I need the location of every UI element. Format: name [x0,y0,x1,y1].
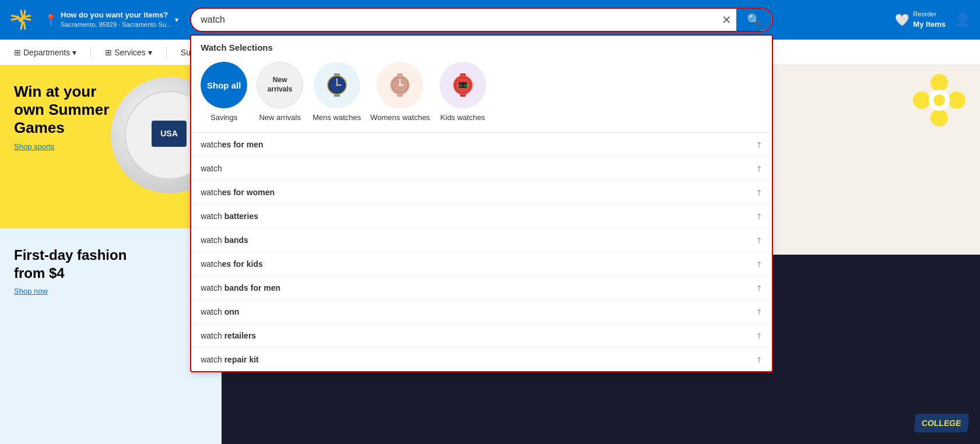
services-label: Services [114,48,146,57]
services-icon: ⊞ [105,48,112,57]
search-icon: 🔍 [747,13,761,27]
suggestion-watch-batteries[interactable]: watch batteries ↗ [191,205,772,228]
arrow-up-left-icon: ↗ [753,139,765,150]
dropdown-section-title: Watch Selections [191,36,772,57]
location-line1: How do you want your items? [61,10,171,20]
search-clear-button[interactable]: ✕ [717,9,736,31]
suggestion-watch-onn[interactable]: watch onn ↗ [191,300,772,324]
suggestion-watch-repair-kit[interactable]: watch repair kit ↗ [191,348,772,371]
mens-watches-image [314,62,360,108]
arrow-up-left-icon: ↗ [753,210,765,222]
search-submit-button[interactable]: 🔍 [736,9,772,31]
departments-chevron-icon: ▾ [72,48,76,57]
suggestion-text: watch onn [201,307,239,316]
services-nav-item[interactable]: ⊞ Services ▾ [100,45,157,59]
suggestion-text: watch repair kit [201,355,259,364]
category-mens-watches[interactable]: Mens watches [312,62,361,123]
suggestion-text: watch [201,164,222,173]
suggestion-watches-for-kids[interactable]: watches for kids ↗ [191,252,772,276]
grid-icon: ⊞ [14,48,21,57]
svg-point-26 [948,91,965,109]
new-arrivals-label: New arrivals [259,113,301,123]
reorder-button[interactable]: 🤍 Reorder My Items [890,8,950,32]
womens-watches-label: Womens watches [370,113,430,123]
heart-icon: 🤍 [895,13,909,27]
left-promo-area: Win at your own Summer Games Shop sports… [0,65,222,444]
account-icon[interactable]: 👤 [955,12,971,27]
suggestion-watch-bands[interactable]: watch bands ↗ [191,228,772,252]
new-arrivals-inner-text: Newarrivals [268,76,293,94]
suggestion-text: watch bands [201,235,248,245]
departments-label: Departments [23,48,70,57]
arrow-up-left-icon: ↗ [753,186,765,198]
nav-divider-2 [166,47,167,58]
reorder-line1: Reorder [913,10,946,19]
summer-games-promo: Win at your own Summer Games Shop sports… [0,65,222,228]
svg-point-7 [336,84,338,86]
suggestion-text: watches for women [201,188,275,197]
suggestion-watches-for-men[interactable]: watches for men ↗ [191,133,772,157]
suggestion-watch-retailers[interactable]: watch retailers ↗ [191,324,772,348]
category-new-arrivals[interactable]: Newarrivals New arrivals [257,62,303,123]
arrow-up-left-icon: ↗ [753,163,765,174]
category-kids-watches[interactable]: 10:30 Kids watches [440,62,486,123]
suggestion-watch[interactable]: watch ↗ [191,157,772,181]
svg-text:USA: USA [160,129,178,138]
svg-point-0 [19,17,23,22]
arrow-up-left-icon: ↗ [753,330,765,341]
location-line2: Sacramento, 95829 · Sacramento Su... [61,20,171,29]
svg-point-25 [930,74,948,91]
suggestion-text: watch retailers [201,331,256,340]
search-container: watch ✕ 🔍 Watch Selections Shop all Savi… [190,8,773,32]
header-right: 🤍 Reorder My Items 👤 [890,8,971,32]
svg-point-14 [399,84,401,86]
location-pin-icon: 📍 [44,13,57,26]
savings-label: Savings [210,113,237,123]
suggestion-watches-for-women[interactable]: watches for women ↗ [191,181,772,205]
fashion-title: First-day fashion from $4 [14,246,131,282]
category-womens-watches[interactable]: Womens watches [370,62,430,123]
category-shop-all[interactable]: Shop all Savings [201,62,247,123]
suggestion-text: watch batteries [201,212,258,221]
search-dropdown: Watch Selections Shop all Savings Newarr… [190,34,773,372]
suggestion-watch-bands-for-men[interactable]: watch bands for men ↗ [191,276,772,300]
mens-watches-label: Mens watches [312,113,361,123]
suggestion-text: watch bands for men [201,283,280,293]
suggestion-text: watches for kids [201,259,263,269]
location-button[interactable]: 📍 How do you want your items? Sacramento… [40,8,183,31]
svg-text:10:30: 10:30 [458,83,468,87]
arrow-up-left-icon: ↗ [753,354,765,365]
college-badge: COLLEGE [914,414,969,432]
kids-watches-image: 10:30 [440,62,486,108]
suggestion-text: watches for men [201,140,263,149]
services-chevron-icon: ▾ [148,48,152,57]
flower-decoration [910,71,968,129]
main-header: 📍 How do you want your items? Sacramento… [0,0,980,40]
nav-divider [90,47,91,58]
arrow-up-left-icon: ↗ [753,306,765,318]
svg-point-27 [930,109,948,126]
shop-all-label: Shop all [207,80,241,90]
shop-all-circle: Shop all [201,62,247,108]
womens-watches-image [377,62,423,108]
reorder-line2: My Items [913,19,946,30]
summer-games-title: Win at your own Summer Games [14,83,119,138]
search-box: watch ✕ 🔍 [190,8,773,32]
svg-point-28 [913,91,930,109]
walmart-logo[interactable] [9,8,33,31]
kids-watches-label: Kids watches [440,113,485,123]
departments-nav-item[interactable]: ⊞ Departments ▾ [9,45,81,59]
svg-point-30 [933,94,945,106]
watch-categories: Shop all Savings Newarrivals New arrival… [191,57,772,133]
shop-now-link[interactable]: Shop now [14,287,208,295]
new-arrivals-circle: Newarrivals [257,62,303,108]
chevron-down-icon: ▾ [175,16,178,24]
arrow-up-left-icon: ↗ [753,234,765,246]
fashion-promo: First-day fashion from $4 Shop now [0,228,222,444]
arrow-up-left-icon: ↗ [753,258,765,270]
suggestion-list: watches for men ↗ watch ↗ watches for wo… [191,133,772,371]
search-input[interactable]: watch [191,9,717,31]
arrow-up-left-icon: ↗ [753,282,765,294]
